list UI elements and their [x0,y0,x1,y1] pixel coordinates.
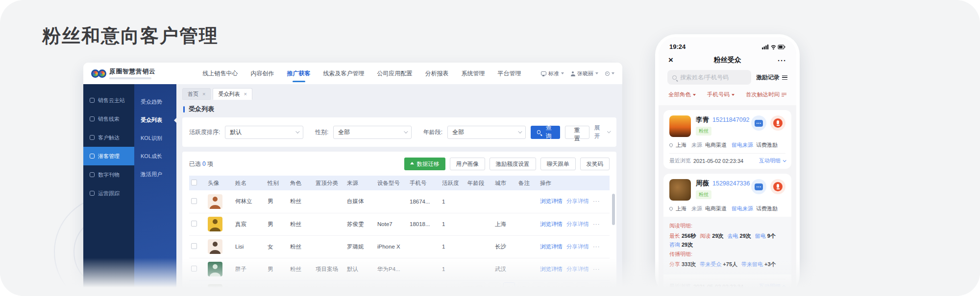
close-icon[interactable]: × [668,55,688,65]
expand-label: 展开 [594,124,605,140]
data-migrate-button[interactable]: 数据迁移 [404,158,445,170]
search-input[interactable] [680,74,746,81]
interaction-detail-toggle[interactable]: 互动明细 [759,283,785,290]
chat-icon[interactable] [751,115,766,131]
toolbar-button[interactable]: 激励额度设置 [490,158,536,170]
row-city: 上海 [493,213,516,235]
call-record-icon[interactable] [770,179,785,194]
tab-close-icon[interactable]: × [244,91,246,97]
submenu-item[interactable]: KOL识别 [134,129,176,147]
expand-filters-link[interactable]: 展开 [594,124,610,140]
top-nav-item[interactable]: 公司应用配置 [377,63,413,84]
page-button[interactable]: 1 [503,282,515,294]
age-filter-label: 年龄段: [423,128,442,137]
reset-button[interactable]: 重置 [565,126,589,139]
view-detail-link[interactable]: 浏览详情 [540,266,563,272]
toolbar-button[interactable]: 聊天跟单 [540,158,576,170]
page-button[interactable]: 3 [533,282,544,294]
row-checkbox[interactable] [191,221,197,227]
page-button[interactable]: 5 [562,282,574,294]
select-all-checkbox[interactable] [191,180,197,185]
more-actions-icon[interactable]: ··· [593,221,600,227]
row-checkbox[interactable] [191,198,197,204]
sort-filter-select[interactable]: 默认 [225,126,303,139]
row-checkbox[interactable] [191,288,197,294]
phone-filter-1[interactable]: 手机号码 [707,91,735,98]
detail-pair-label: 分享 [669,261,680,267]
view-detail-link[interactable]: 浏览详情 [540,221,563,227]
more-actions-icon[interactable]: ··· [593,266,600,272]
fan-phone[interactable]: 15211847092 [712,116,750,123]
sidebar-item[interactable]: 潜客管理 [83,147,134,165]
fan-phone[interactable]: 15298247336 [712,180,750,187]
avatar [208,239,222,254]
top-nav-item[interactable]: 线上销售中心 [203,63,238,84]
top-nav-item[interactable]: 线索及客户管理 [323,63,365,84]
view-detail-link[interactable]: 浏览详情 [540,244,563,250]
share-detail-link[interactable]: 分享详情 [566,221,589,227]
incentive-record-button[interactable]: 激励记录 [756,73,787,82]
submenu-item[interactable]: 受众趋势 [134,93,176,111]
row-age [466,235,493,258]
sidebar-item[interactable]: 销售线索 [83,110,134,128]
recent-view-label: 最近浏览 [669,157,691,164]
row-remark [516,258,538,280]
prev-page-button[interactable]: ‹ [489,282,500,294]
call-record-icon[interactable] [770,115,785,131]
top-nav-item[interactable]: 系统管理 [462,63,485,84]
select-all-cell [189,176,206,190]
more-actions-icon[interactable]: ··· [593,244,600,250]
phone-filter-2[interactable]: 首次触达时间 [746,91,786,98]
sidebar-item[interactable]: 销售云主站 [83,91,134,110]
tab-close-icon[interactable]: × [202,91,205,97]
toolbar-button[interactable]: 发奖码 [580,158,610,170]
search-button[interactable]: 查询 [531,126,560,139]
top-nav-item[interactable]: 分析报表 [425,63,449,84]
workspace-switcher[interactable]: 标准 [541,70,564,77]
chat-icon[interactable] [751,179,766,194]
detail-pair: 去电29次 [728,232,751,240]
content-tab[interactable]: 受众列表× [213,88,252,100]
share-detail-link[interactable]: 分享详情 [566,198,589,204]
phone-screen: 19:24 × 粉丝 [659,37,796,296]
app-logo[interactable]: 原圈智慧营销云 [91,68,156,79]
page-size-select[interactable]: 10条/页 [461,282,486,294]
more-icon[interactable]: ··· [767,56,786,65]
phone-filter-0[interactable]: 全部角色 [668,91,696,98]
detail-pair: 带来受众+75人 [700,261,737,268]
row-checkbox[interactable] [191,266,197,272]
status-time: 19:24 [669,43,686,50]
next-page-button[interactable]: › [600,282,612,294]
column-header: 姓名 [233,176,266,190]
settings-menu[interactable] [605,71,614,76]
avatar-cell [206,213,233,235]
view-detail-link[interactable]: 浏览详情 [540,198,563,204]
share-detail-link[interactable]: 分享详情 [566,244,589,250]
table-scrollbar[interactable] [612,194,615,225]
page-button[interactable]: 6 [577,282,588,294]
submenu-item[interactable]: KOL成长 [134,147,176,165]
user-menu[interactable]: 张晓丽 [571,70,598,77]
top-nav-item[interactable]: 内容创作 [251,63,274,84]
submenu-item[interactable]: 受众列表 [134,111,176,129]
fan-card[interactable]: 李青 15211847092 粉丝 上海 来源 电商渠道 留电来源 [663,110,791,169]
top-nav-item[interactable]: 推广获客 [287,63,311,84]
sidebar-item[interactable]: 运营跟踪 [83,184,134,203]
monitor-icon [541,71,546,75]
submenu-item[interactable]: 激活用户 [134,165,176,183]
interaction-detail-toggle[interactable]: 互动明细 [759,157,785,164]
age-filter-select[interactable]: 全部 [447,126,526,139]
page-button[interactable]: 2 [518,282,530,294]
top-nav-item[interactable]: 平台管理 [498,63,521,84]
more-actions-icon[interactable]: ··· [593,198,600,204]
detail-pair-label: 带来留电 [741,261,763,267]
fan-card[interactable]: 周薇 15298247336 粉丝 上海 来源 电商渠道 留电来源 [663,174,791,295]
sidebar-item[interactable]: 数字刊物 [83,165,134,184]
content-tab[interactable]: 首页× [182,88,211,100]
share-detail-link[interactable]: 分享详情 [566,266,589,272]
gender-filter-select[interactable]: 全部 [333,126,412,139]
row-checkbox[interactable] [191,243,197,249]
page-button[interactable]: 4 [547,282,559,294]
sidebar-item[interactable]: 客户触达 [83,128,134,147]
toolbar-button[interactable]: 用户画像 [450,158,485,170]
